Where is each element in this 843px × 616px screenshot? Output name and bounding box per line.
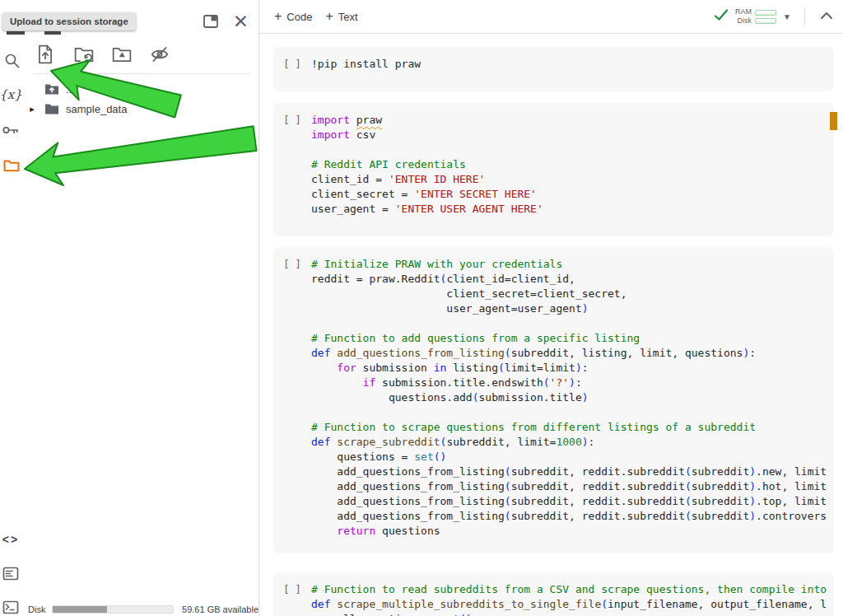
command-palette-icon[interactable] (0, 562, 21, 584)
refresh-icon-glyph (74, 44, 94, 64)
obscured-tab-fragment (44, 31, 61, 35)
file-browser-panel: {x} <> (0, 0, 259, 616)
cell-run-button[interactable]: [ ] (273, 113, 311, 217)
ram-meter (755, 10, 776, 16)
add-code-cell-button[interactable]: + Code (268, 6, 319, 28)
disk-label: Disk (738, 16, 752, 26)
add-code-label: Code (286, 11, 312, 23)
file-toolbar (36, 44, 170, 68)
resources-dropdown-icon[interactable]: ▼ (783, 12, 791, 21)
disk-meter (755, 18, 776, 24)
tooltip-upload-to-session-storage: Upload to session storage (2, 12, 136, 30)
angle-brackets-glyph: <> (2, 533, 19, 546)
search-icon[interactable] (2, 50, 23, 72)
ram-label: RAM (735, 7, 752, 16)
cell-code[interactable]: # Initialize PRAW with your credentialsr… (311, 257, 834, 539)
colab-window: {x} <> (0, 0, 843, 616)
drive-icon-glyph (112, 44, 132, 64)
files-folder-icon[interactable] (1, 154, 22, 175)
folder-icon (44, 102, 59, 115)
notebook-toolbar: + Code + Text RAM Disk (259, 0, 843, 34)
close-panel-icon[interactable]: ✕ (233, 10, 249, 33)
code-snippets-icon[interactable]: <> (0, 529, 21, 550)
code-cell[interactable]: [ ] # Initialize PRAW with your credenti… (273, 247, 834, 553)
plus-icon: + (274, 11, 282, 22)
cell-code[interactable]: !pip install praw (311, 57, 834, 72)
code-cell[interactable]: [ ] !pip install praw (273, 47, 834, 91)
toggle-hidden-files-icon[interactable] (150, 44, 170, 64)
folder-icon-glyph (3, 158, 20, 172)
folder-up-icon (44, 82, 59, 96)
disk-available-text: 59.61 GB available (182, 604, 258, 614)
cell-code[interactable]: import prawimport csv # Reddit API crede… (311, 113, 834, 217)
resource-labels: RAM Disk (735, 7, 752, 26)
disk-usage-fill (53, 606, 107, 613)
tree-item-sample-data[interactable]: ▸ sample_data (0, 99, 255, 119)
obscured-tab-fragment (7, 31, 25, 35)
open-panel-in-tab-icon[interactable] (203, 13, 219, 33)
code-cell[interactable]: [ ] # Function to read subreddits from a… (273, 572, 834, 616)
palette-icon-glyph (2, 567, 19, 581)
file-tree: ▸ .. ▸ sample_data (0, 79, 255, 119)
warning-overview-marker (830, 112, 837, 130)
toolbar-separator (33, 73, 250, 74)
resources-cluster: RAM Disk ▼ (714, 7, 843, 26)
notebook-area: + Code + Text RAM Disk (259, 0, 843, 616)
upload-icon-glyph (36, 44, 54, 64)
header-divider (804, 7, 805, 26)
expand-caret-icon[interactable]: ▸ (26, 104, 38, 114)
resource-meters[interactable] (755, 10, 776, 24)
cell-run-button[interactable]: [ ] (273, 582, 311, 616)
cell-run-button[interactable]: [ ] (273, 257, 311, 539)
cell-run-button[interactable]: [ ] (273, 57, 311, 72)
collapse-header-icon[interactable] (820, 9, 833, 24)
disk-label: Disk (28, 604, 45, 614)
secrets-key-icon[interactable] (0, 119, 21, 141)
refresh-folder-icon[interactable] (74, 44, 94, 64)
tree-item-label: sample_data (66, 103, 127, 115)
add-text-cell-button[interactable]: + Text (319, 6, 364, 28)
mount-drive-icon[interactable] (112, 44, 132, 64)
upload-file-icon[interactable] (36, 44, 56, 64)
cell-code[interactable]: # Function to read subreddits from a CSV… (311, 582, 834, 616)
tree-item-parent-dir[interactable]: ▸ .. (0, 79, 255, 99)
plus-icon: + (325, 11, 333, 22)
search-icon-glyph (4, 53, 21, 69)
key-icon-glyph (2, 122, 20, 138)
add-text-label: Text (338, 11, 358, 23)
open-tab-icon-glyph (203, 13, 219, 30)
disk-usage-row: Disk 59.61 GB available (0, 603, 258, 616)
eye-off-icon-glyph (150, 44, 170, 64)
connected-check-icon (714, 8, 729, 25)
code-cell[interactable]: [ ] import prawimport csv # Reddit API c… (273, 103, 834, 236)
tree-item-label: .. (66, 83, 72, 96)
disk-usage-bar (52, 605, 174, 614)
annotation-arrow-files (22, 117, 258, 189)
